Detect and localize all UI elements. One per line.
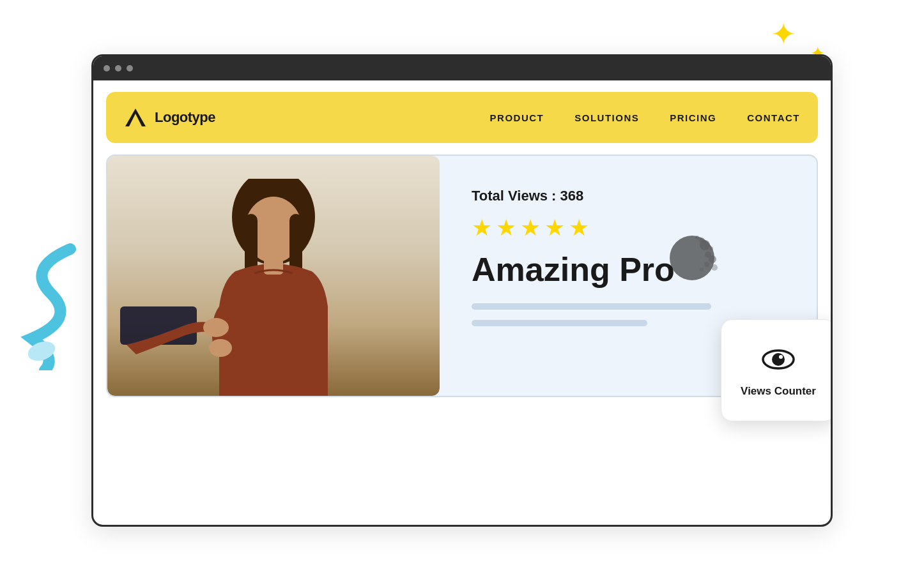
star-5: ★ <box>569 215 589 241</box>
navbar: Logotype PRODUCT SOLUTIONS PRICING CONTA… <box>106 92 818 143</box>
svg-point-19 <box>711 264 718 271</box>
views-counter-label: Views Counter <box>741 385 816 398</box>
svg-rect-8 <box>264 259 283 275</box>
logo-text: Logotype <box>155 109 215 126</box>
nav-links: PRODUCT SOLUTIONS PRICING CONTACT <box>490 112 800 123</box>
svg-point-17 <box>704 262 709 267</box>
total-views: Total Views : 368 <box>472 188 791 204</box>
stars-row: ★ ★ ★ ★ ★ <box>472 215 791 241</box>
title-dot-2 <box>115 65 121 72</box>
svg-point-16 <box>695 236 699 239</box>
deco-swirl <box>19 243 89 370</box>
star-3: ★ <box>520 215 541 241</box>
arm-counter <box>127 306 229 358</box>
title-dot-1 <box>104 65 110 72</box>
svg-point-23 <box>779 355 783 359</box>
browser-window: Logotype PRODUCT SOLUTIONS PRICING CONTA… <box>91 54 833 527</box>
hero-image <box>107 156 440 396</box>
svg-point-14 <box>709 246 713 250</box>
svg-point-15 <box>709 255 716 263</box>
logo-icon <box>124 106 147 129</box>
eye-icon <box>762 343 795 376</box>
hero-content: Total Views : 368 ★ ★ ★ ★ ★ Amazing Pro <box>440 156 817 396</box>
star-2: ★ <box>496 215 516 241</box>
svg-point-9 <box>203 318 229 337</box>
nav-pricing[interactable]: PRICING <box>670 112 716 123</box>
logo-area: Logotype <box>124 106 215 129</box>
progress-bar-1 <box>472 303 711 310</box>
svg-point-13 <box>699 238 704 243</box>
title-dot-3 <box>127 65 133 72</box>
hero-title: Amazing Pro <box>472 252 791 288</box>
star-1: ★ <box>472 215 492 241</box>
views-counter-card: Views Counter <box>721 319 833 421</box>
hero-card: Total Views : 368 ★ ★ ★ ★ ★ Amazing Pro <box>106 155 818 397</box>
svg-point-18 <box>700 268 704 271</box>
person-figure <box>190 179 357 396</box>
nav-contact[interactable]: CONTACT <box>747 112 800 123</box>
deco-star-large: ✦ <box>771 19 796 50</box>
progress-bar-2 <box>472 320 647 326</box>
nav-product[interactable]: PRODUCT <box>490 112 544 123</box>
star-4: ★ <box>544 215 565 241</box>
nav-solutions[interactable]: SOLUTIONS <box>574 112 639 123</box>
splatter-decoration <box>666 232 718 283</box>
browser-titlebar <box>93 56 831 80</box>
